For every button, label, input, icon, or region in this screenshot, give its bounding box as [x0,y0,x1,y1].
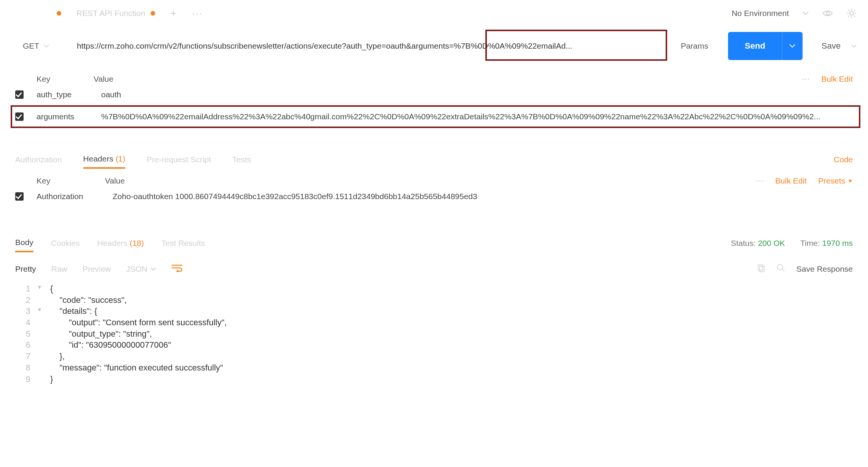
request-subtabs: Authorization Headers (1) Pre-request Sc… [0,150,868,169]
more-icon[interactable]: ⋯ [756,176,764,185]
json-line: "output": "Consent form sent successfull… [50,317,227,328]
tab-label: Headers [97,239,127,247]
save-response-button[interactable]: Save Response [796,264,853,274]
body-controls: Pretty Raw Preview JSON Save Response [0,260,868,274]
tab-tests[interactable]: Tests [232,151,251,168]
response-meta: Status: 200 OK Time: 1970 ms [731,239,853,248]
json-line: "code": "success", [50,294,127,306]
svg-point-12 [777,264,783,270]
gear-icon[interactable] [847,8,857,18]
tab-label: REST API Function [76,9,145,18]
bulk-edit-link[interactable]: Bulk Edit [821,74,853,84]
checkbox[interactable] [15,112,24,121]
column-key: Key [37,74,94,84]
pretty-button[interactable]: Pretty [15,264,36,274]
svg-point-0 [826,12,829,15]
caret-down-icon: ▼ [847,178,853,184]
tab-label: Headers [83,154,113,163]
param-key[interactable]: arguments [37,112,101,121]
topbar: REST API Function + ⋯ No Environment [0,0,868,27]
svg-line-9 [854,10,855,11]
json-line: { [50,283,53,294]
save-dropdown[interactable] [851,44,857,47]
tab-strip: REST API Function + ⋯ [11,7,731,20]
param-row-auth-type: auth_type oauth [0,84,868,106]
preview-button[interactable]: Preview [83,264,111,274]
headers-header: Key Value ⋯ Bulk Edit Presets ▼ [0,176,868,185]
url-input[interactable]: https://crm.zoho.com/crm/v2/functions/su… [77,32,667,60]
svg-line-6 [848,10,849,11]
headers-count: (18) [130,239,144,247]
topbar-right: No Environment [731,8,857,18]
response-body[interactable]: 1▾{ 2 "code": "success", 3▾ "details": {… [0,274,868,394]
send-group: Send [728,32,803,60]
tab-unnamed[interactable] [11,9,61,18]
header-value[interactable]: Zoho-oauthtoken 1000.8607494449c8bc1e392… [113,192,853,201]
param-value[interactable]: %7B%0D%0A%09%22emailAddress%22%3A%22abc%… [101,112,853,121]
param-value[interactable]: oauth [101,90,853,99]
tab-prerequest[interactable]: Pre-request Script [146,151,211,168]
json-line: "details": { [50,306,97,317]
method-selector[interactable]: GET [11,32,72,60]
request-row: GET https://crm.zoho.com/crm/v2/function… [0,27,868,71]
send-button[interactable]: Send [728,32,782,60]
format-selector[interactable]: JSON [126,264,156,274]
format-label: JSON [126,264,148,274]
time-label: Time: [800,239,820,247]
json-line: "id": "63095000000077006" [50,339,171,351]
environment-selector[interactable]: No Environment [731,9,789,18]
tab-authorization[interactable]: Authorization [15,151,62,168]
svg-rect-11 [760,266,764,272]
status-value: 200 OK [758,239,785,247]
checkbox[interactable] [15,90,24,99]
presets-link[interactable]: Presets ▼ [818,176,853,185]
tab-headers[interactable]: Headers (1) [83,150,126,169]
bulk-edit-link[interactable]: Bulk Edit [775,176,807,185]
tab-body[interactable]: Body [15,234,33,252]
tab-overflow-icon[interactable]: ⋯ [192,7,202,20]
svg-rect-10 [758,265,763,270]
chevron-down-icon[interactable] [803,11,809,15]
tab-label [11,9,51,18]
unsaved-dot-icon [57,11,61,16]
unsaved-dot-icon [151,11,155,16]
chevron-down-icon [789,44,795,48]
checkbox[interactable] [15,192,24,201]
header-key[interactable]: Authorization [37,192,113,201]
tab-response-headers[interactable]: Headers (18) [97,235,144,252]
tab-cookies[interactable]: Cookies [51,235,80,252]
svg-line-8 [848,16,849,17]
more-icon[interactable]: ⋯ [802,74,810,84]
svg-point-1 [850,11,854,15]
headers-count: (1) [116,154,126,163]
raw-button[interactable]: Raw [51,264,67,274]
search-icon[interactable] [777,264,785,274]
status-label: Status: [731,239,755,247]
column-key: Key [37,176,105,185]
header-row-authorization: Authorization Zoho-oauthtoken 1000.86074… [0,185,868,207]
json-line: "output_type": "string", [50,328,152,340]
params-button[interactable]: Params [681,41,708,51]
method-label: GET [23,41,39,51]
chevron-down-icon [44,44,49,47]
tab-rest-api-function[interactable]: REST API Function [76,9,155,18]
status: Status: 200 OK [731,239,785,248]
wrap-icon[interactable] [171,264,183,274]
param-key[interactable]: auth_type [37,90,101,99]
new-tab-button[interactable]: + [170,7,176,19]
svg-line-7 [854,16,855,17]
column-value: Value [94,74,802,84]
tab-test-results[interactable]: Test Results [161,235,205,252]
save-button[interactable]: Save [818,41,844,51]
json-line: }, [50,351,65,362]
chevron-down-icon [151,268,156,271]
copy-icon[interactable] [757,264,765,274]
time: Time: 1970 ms [800,239,853,248]
send-dropdown[interactable] [782,32,803,60]
eye-icon[interactable] [822,9,833,17]
presets-label: Presets [818,176,845,185]
column-value: Value [105,176,756,185]
json-line: } [50,374,53,385]
json-line: "message": "function executed successful… [50,362,223,374]
code-link[interactable]: Code [834,155,853,164]
